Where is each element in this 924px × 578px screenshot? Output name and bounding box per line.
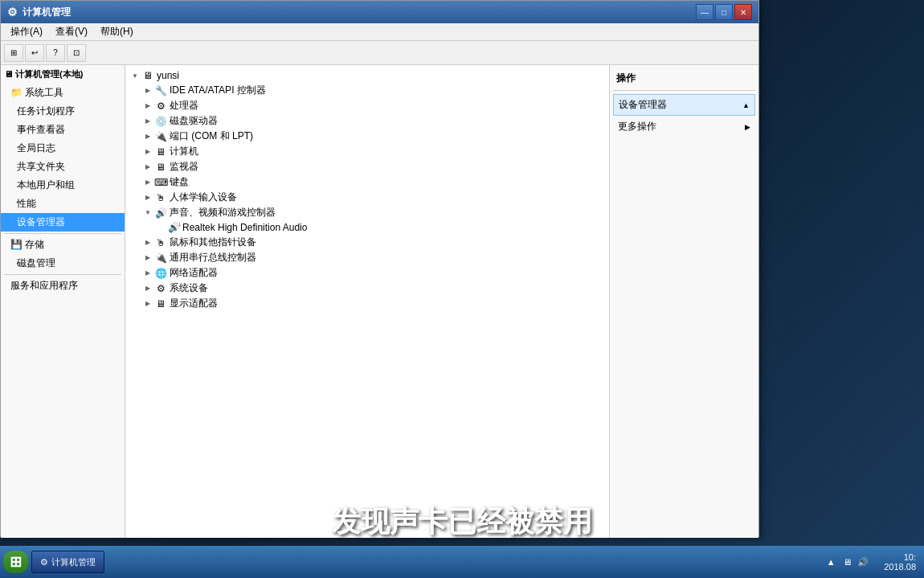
display-icon: 🖥 — [154, 297, 167, 310]
left-item-global-log[interactable]: 全局日志 — [1, 139, 125, 158]
tree-expand-usb[interactable] — [141, 252, 154, 264]
tree-expand-sysdev[interactable] — [141, 282, 154, 295]
tray-volume-icon[interactable]: 🔊 — [857, 555, 869, 568]
tree-root-label: yunsi — [157, 70, 179, 81]
tree-label-monitor: 监视器 — [170, 160, 198, 174]
ide-icon: 🔧 — [154, 84, 167, 97]
chevron-right-icon: ▶ — [745, 123, 750, 131]
tree-root[interactable]: 🖥 yunsi — [129, 68, 606, 83]
tree-label-hid: 人体学输入设备 — [170, 191, 237, 204]
tree-expand-hid[interactable] — [141, 191, 154, 204]
middle-panel: 🖥 yunsi 🔧 IDE ATA/ATAPI 控制器 ⚙ 处理器 — [125, 65, 610, 538]
tree-label-ide: IDE ATA/ATAPI 控制器 — [170, 84, 266, 97]
realtek-icon: 🔊↓ — [167, 221, 180, 234]
right-action-device-manager[interactable]: 设备管理器 ▲ — [613, 94, 755, 116]
toolbar-btn-1[interactable]: ⊞ — [4, 44, 23, 62]
titlebar-left: ⚙ 计算机管理 — [7, 6, 71, 19]
audio-icon: 🔊 — [154, 207, 167, 219]
menu-action[interactable]: 操作(A) — [4, 23, 49, 40]
left-item-local-users[interactable]: 本地用户和组 — [1, 176, 125, 195]
left-item-sys-tools[interactable]: 📁 系统工具 — [1, 84, 125, 102]
left-item-storage[interactable]: 💾 存储 — [1, 236, 125, 254]
left-item-event-viewer[interactable]: 事件查看器 — [1, 121, 125, 139]
toolbar-btn-4[interactable]: ⊡ — [67, 44, 86, 62]
folder-icon: 📁 — [10, 87, 25, 98]
tree-item-network[interactable]: 🌐 网络适配器 — [129, 265, 606, 281]
left-panel: 🖥 计算机管理(本地) 📁 系统工具 任务计划程序 事件查看器 全局日志 共享文… — [1, 65, 125, 538]
tree-label-keyboard: 键盘 — [170, 175, 189, 189]
left-item-disk-mgmt[interactable]: 磁盘管理 — [1, 254, 125, 273]
tree-item-cpu[interactable]: ⚙ 处理器 — [129, 98, 606, 113]
left-item-task-scheduler[interactable]: 任务计划程序 — [1, 102, 125, 121]
menu-help[interactable]: 帮助(H) — [94, 23, 140, 40]
tree-label-mouse: 鼠标和其他指针设备 — [170, 236, 256, 249]
tree-expand-root[interactable] — [129, 69, 141, 82]
tree-label-computer: 计算机 — [170, 145, 198, 158]
taskbar-right: ▲ 🖥 🔊 10: 2018.08 — [820, 552, 921, 572]
disk-icon: 💿 — [154, 115, 167, 128]
tree-expand-port[interactable] — [141, 130, 154, 143]
maximize-button[interactable]: □ — [715, 4, 733, 20]
tree-item-hid[interactable]: 🖱 人体学输入设备 — [129, 190, 606, 205]
tree-expand-display[interactable] — [141, 297, 154, 310]
tree-item-port[interactable]: 🔌 端口 (COM 和 LPT) — [129, 129, 606, 144]
minimize-button[interactable]: — — [696, 4, 713, 20]
sysdev-icon: ⚙ — [154, 282, 167, 295]
taskbar-app-button[interactable]: ⚙ 计算机管理 — [31, 551, 104, 573]
close-button[interactable]: ✕ — [734, 4, 752, 20]
left-item-services[interactable]: 服务和应用程序 — [1, 277, 125, 295]
tree-expand-cpu[interactable] — [141, 100, 154, 113]
tree-item-computer[interactable]: 🖥 计算机 — [129, 144, 606, 159]
tree-item-display[interactable]: 🖥 显示适配器 — [129, 296, 606, 311]
clock-time: 10: — [884, 552, 916, 562]
window-icon: ⚙ — [7, 6, 18, 18]
tree-expand-realtek — [154, 221, 167, 234]
tree-expand-audio[interactable] — [141, 207, 154, 219]
tree-item-usb[interactable]: 🔌 通用串行总线控制器 — [129, 250, 606, 265]
tree-expand-network[interactable] — [141, 267, 154, 280]
monitor-icon: 🖥 — [154, 161, 167, 174]
tree-label-display: 显示适配器 — [170, 297, 218, 310]
hid-icon: 🖱 — [154, 191, 167, 204]
left-item-shared-folders[interactable]: 共享文件夹 — [1, 158, 125, 176]
left-root-label[interactable]: 🖥 计算机管理(本地) — [1, 65, 125, 84]
tree-label-disk: 磁盘驱动器 — [170, 114, 218, 128]
toolbar-btn-3[interactable]: ? — [46, 44, 65, 62]
tray-up-icon[interactable]: ▲ — [824, 555, 837, 568]
right-panel: 操作 设备管理器 ▲ 更多操作 ▶ — [610, 65, 758, 538]
storage-icon: 💾 — [10, 239, 25, 250]
tree-expand-mouse[interactable] — [141, 236, 154, 249]
tree-label-realtek: Realtek High Definition Audio — [182, 222, 307, 233]
menu-view[interactable]: 查看(V) — [49, 23, 94, 40]
tree-item-monitor[interactable]: 🖥 监视器 — [129, 159, 606, 174]
tree-item-audio[interactable]: 🔊 声音、视频和游戏控制器 — [129, 205, 606, 220]
left-item-device-manager[interactable]: 设备管理器 — [1, 213, 125, 232]
start-button[interactable]: ⊞ — [3, 551, 28, 573]
tree-item-mouse[interactable]: 🖱 鼠标和其他指针设备 — [129, 235, 606, 250]
tree-expand-disk[interactable] — [141, 115, 154, 128]
tree-item-keyboard[interactable]: ⌨ 键盘 — [129, 174, 606, 190]
tray-area: ▲ 🖥 🔊 — [820, 555, 874, 568]
tree-expand-keyboard[interactable] — [141, 176, 154, 189]
tree-expand-computer[interactable] — [141, 146, 154, 158]
titlebar: ⚙ 计算机管理 — □ ✕ — [1, 1, 758, 23]
toolbar: ⊞ ↩ ? ⊡ — [1, 41, 758, 65]
right-action-more[interactable]: 更多操作 ▶ — [613, 117, 755, 136]
usb-icon: 🔌 — [154, 252, 167, 264]
tree-label-audio: 声音、视频和游戏控制器 — [170, 206, 276, 219]
menubar: 操作(A) 查看(V) 帮助(H) — [1, 23, 758, 41]
desktop: ⚙ 计算机管理 — □ ✕ 操作(A) 查看(V) 帮助(H) ⊞ ↩ ? ⊡ — [0, 0, 924, 578]
tree-label-sysdev: 系统设备 — [170, 281, 208, 295]
tree-item-disk[interactable]: 💿 磁盘驱动器 — [129, 113, 606, 129]
tree-item-realtek[interactable]: 🔊↓ Realtek High Definition Audio — [129, 220, 606, 235]
tree-expand-monitor[interactable] — [141, 161, 154, 174]
titlebar-controls: — □ ✕ — [696, 4, 752, 20]
tree-label-cpu: 处理器 — [170, 99, 198, 113]
window-title: 计算机管理 — [22, 6, 71, 19]
tree-item-sysdev[interactable]: ⚙ 系统设备 — [129, 281, 606, 296]
tree-expand-ide[interactable] — [141, 84, 154, 97]
toolbar-btn-2[interactable]: ↩ — [25, 44, 44, 62]
tree-item-ide[interactable]: 🔧 IDE ATA/ATAPI 控制器 — [129, 83, 606, 98]
tray-network-icon[interactable]: 🖥 — [840, 555, 853, 568]
left-item-perf[interactable]: 性能 — [1, 195, 125, 213]
